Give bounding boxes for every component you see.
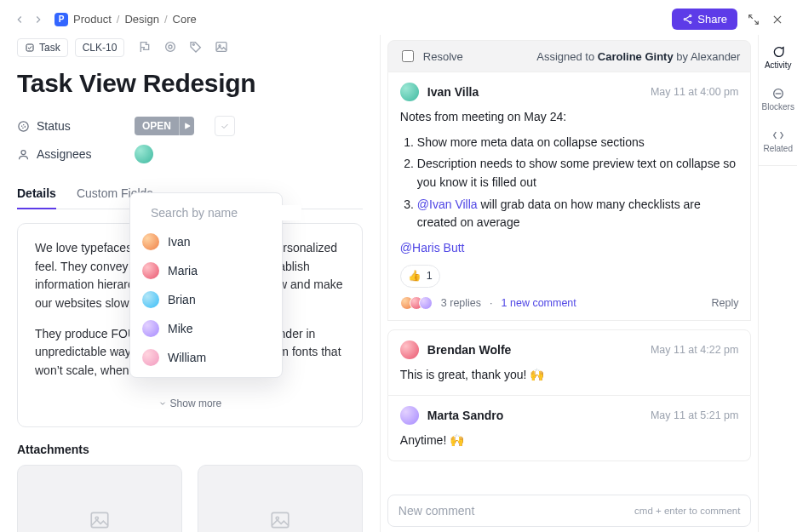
reply-button[interactable]: Reply	[711, 297, 738, 309]
image-icon	[89, 509, 111, 531]
breadcrumb-item[interactable]: Product	[73, 13, 112, 26]
svg-line-4	[686, 20, 690, 22]
chat-icon	[771, 45, 785, 59]
svg-point-1	[684, 18, 685, 20]
comment-body: Anytime! 🙌	[400, 432, 739, 450]
thread-header: Resolve Assigned to Caroline Ginty by Al…	[387, 40, 752, 72]
page-title: Task View Redesign	[17, 69, 363, 98]
status-icon	[17, 120, 30, 133]
new-comment-link[interactable]: 1 new comment	[502, 297, 576, 309]
comment-author: Ivan Villa	[427, 85, 479, 99]
assignee-option[interactable]: Brian	[130, 285, 282, 314]
resolve-checkbox[interactable]: Resolve	[398, 48, 463, 65]
breadcrumb-item[interactable]: Design	[124, 13, 158, 26]
svg-rect-19	[91, 513, 108, 528]
mention[interactable]: @Haris Butt	[400, 241, 465, 255]
breadcrumb: P Product / Design / Core	[54, 13, 197, 26]
composer-placeholder: New comment	[398, 504, 474, 518]
tab-details[interactable]: Details	[17, 180, 56, 209]
assignee-popover: Ivan Maria Brian Mike William	[129, 192, 283, 378]
comment-time: May 11 at 5:21 pm	[651, 409, 739, 421]
task-id-chip[interactable]: CLK-10	[75, 38, 125, 57]
avatar	[400, 340, 419, 359]
assignee-option[interactable]: Ivan	[130, 227, 282, 256]
svg-rect-13	[216, 42, 226, 51]
rail-related[interactable]: Related	[759, 123, 797, 160]
comment-composer[interactable]: New comment cmd + enter to comment	[387, 495, 752, 527]
assignee-option[interactable]: Mike	[130, 314, 282, 343]
image-icon[interactable]	[215, 40, 228, 56]
rail-blockers[interactable]: Blockers	[759, 82, 797, 118]
task-type-chip[interactable]: Task	[17, 38, 68, 57]
show-more-button[interactable]: Show more	[35, 392, 345, 412]
avatar	[400, 83, 419, 101]
assignees-row: Assignees	[17, 140, 363, 168]
composer-hint: cmd + enter to comment	[634, 506, 740, 516]
reply-avatars	[400, 296, 433, 310]
attachment-placeholder[interactable]	[198, 465, 363, 532]
mention[interactable]: @Ivan Villa	[417, 197, 478, 211]
minimize-icon[interactable]	[746, 12, 761, 27]
comment: Marta Sandro May 11 at 5:21 pm Anytime! …	[387, 396, 752, 461]
comment-body: This is great, thank you! 🙌	[400, 366, 739, 385]
svg-point-0	[690, 15, 691, 17]
svg-point-16	[22, 124, 26, 128]
back-icon[interactable]	[12, 12, 27, 27]
status-pill[interactable]: OPEN	[135, 117, 194, 135]
blocker-icon	[771, 87, 785, 100]
svg-point-15	[19, 121, 28, 130]
svg-point-11	[169, 45, 172, 49]
comment: Ivan Villa May 11 at 4:00 pm Notes from …	[387, 72, 752, 321]
breadcrumb-item[interactable]: Core	[173, 13, 197, 26]
assignee-option[interactable]: William	[130, 343, 282, 372]
chevron-down-icon	[158, 399, 167, 408]
forward-icon[interactable]	[31, 12, 46, 27]
status-next-icon[interactable]	[179, 117, 194, 135]
svg-line-5	[749, 14, 753, 18]
close-icon[interactable]	[770, 12, 785, 27]
reaction-pill[interactable]: 👍 1	[400, 265, 440, 288]
share-button[interactable]: Share	[672, 9, 737, 30]
status-row: Status OPEN	[17, 112, 363, 140]
image-icon	[269, 509, 291, 531]
svg-point-12	[193, 43, 195, 45]
assignee-option[interactable]: Maria	[130, 256, 282, 285]
avatar	[400, 406, 419, 425]
sprint-icon[interactable]	[163, 40, 177, 56]
svg-point-2	[690, 21, 691, 23]
svg-point-10	[166, 42, 175, 51]
svg-rect-21	[272, 513, 289, 528]
thread-assigned: Assigned to Caroline Ginty by Alexander	[536, 50, 740, 63]
status-complete-button[interactable]	[215, 116, 235, 136]
top-bar: P Product / Design / Core Share	[0, 0, 797, 35]
attachment-placeholder[interactable]	[17, 465, 182, 532]
comment-author: Marta Sandro	[427, 409, 503, 422]
space-badge: P	[54, 13, 68, 26]
tag-icon[interactable]	[189, 40, 203, 56]
side-rail: Activity Blockers Related	[758, 35, 797, 532]
svg-rect-9	[26, 44, 33, 51]
svg-point-18	[21, 150, 26, 154]
attachments-title: Attachments	[17, 443, 363, 456]
person-icon	[17, 148, 30, 161]
svg-line-6	[754, 20, 758, 24]
replies-count[interactable]: 3 replies	[441, 297, 481, 309]
comment-author: Brendan Wolfe	[427, 343, 512, 357]
comment-time: May 11 at 4:00 pm	[651, 86, 739, 98]
comment-time: May 11 at 4:22 pm	[651, 344, 739, 356]
flag-icon[interactable]	[138, 40, 152, 56]
comment: Brendan Wolfe May 11 at 4:22 pm This is …	[387, 329, 752, 396]
rail-activity[interactable]: Activity	[759, 40, 797, 77]
svg-line-3	[686, 16, 690, 19]
assignee-avatar[interactable]	[135, 145, 153, 163]
related-icon	[771, 129, 785, 142]
assignee-search-input[interactable]	[149, 205, 301, 220]
comment-body: Notes from meeting on May 24: Show more …	[400, 108, 739, 288]
svg-marker-17	[185, 123, 190, 129]
